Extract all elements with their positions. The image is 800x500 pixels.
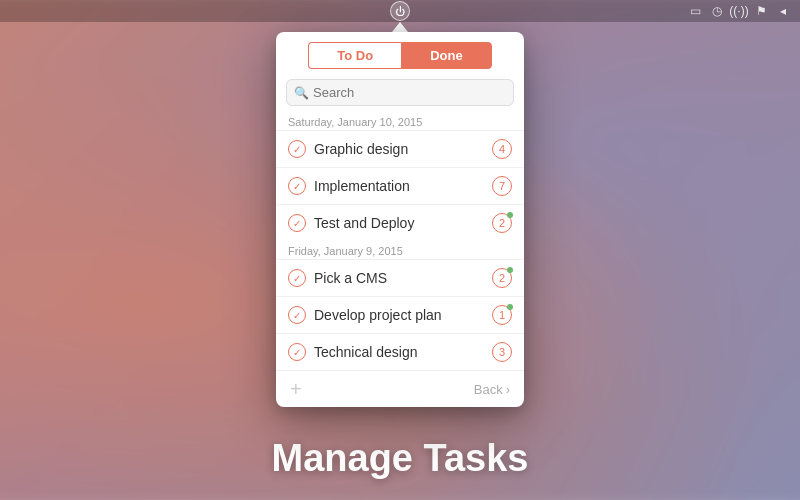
panel-footer: + Back › [276, 370, 524, 407]
badge-dot-3 [507, 212, 513, 218]
task-item-3[interactable]: ✓ Test and Deploy 2 [276, 204, 524, 241]
add-button[interactable]: + [290, 379, 302, 399]
task-item-2[interactable]: ✓ Implementation 7 [276, 167, 524, 204]
task-check-5: ✓ [288, 306, 306, 324]
app-menubar-icon[interactable]: ⏻ [386, 0, 414, 22]
menubar: ⏻ ▭ ◷ ((·)) ⚑ ◂ [0, 0, 800, 22]
task-item-5[interactable]: ✓ Develop project plan 1 [276, 296, 524, 333]
task-label-4: Pick a CMS [314, 270, 492, 286]
task-badge-1: 4 [492, 139, 512, 159]
clock-icon: ◷ [710, 4, 724, 18]
task-check-3: ✓ [288, 214, 306, 232]
search-bar: 🔍 [286, 79, 514, 106]
task-label-1: Graphic design [314, 141, 492, 157]
task-badge-4: 2 [492, 268, 512, 288]
task-badge-2: 7 [492, 176, 512, 196]
search-input[interactable] [286, 79, 514, 106]
task-panel: To Do Done 🔍 Saturday, January 10, 2015 … [276, 32, 524, 407]
task-label-5: Develop project plan [314, 307, 492, 323]
search-icon: 🔍 [294, 86, 309, 100]
airplay-icon: ▭ [688, 4, 702, 18]
task-check-2: ✓ [288, 177, 306, 195]
app-icon-circle: ⏻ [390, 1, 410, 21]
task-item-1[interactable]: ✓ Graphic design 4 [276, 130, 524, 167]
badge-dot-4 [507, 267, 513, 273]
flag-icon: ⚑ [754, 4, 768, 18]
task-check-6: ✓ [288, 343, 306, 361]
wifi-icon: ((·)) [732, 4, 746, 18]
task-label-6: Technical design [314, 344, 492, 360]
tab-done[interactable]: Done [401, 42, 492, 69]
badge-dot-5 [507, 304, 513, 310]
tab-bar: To Do Done [276, 32, 524, 69]
section-header-1: Saturday, January 10, 2015 [276, 112, 524, 130]
app-title: Manage Tasks [0, 437, 800, 480]
task-item-6[interactable]: ✓ Technical design 3 [276, 333, 524, 370]
task-badge-5: 1 [492, 305, 512, 325]
task-check-1: ✓ [288, 140, 306, 158]
section-header-2: Friday, January 9, 2015 [276, 241, 524, 259]
back-button[interactable]: Back › [474, 382, 510, 397]
task-badge-3: 2 [492, 213, 512, 233]
task-check-4: ✓ [288, 269, 306, 287]
tab-todo[interactable]: To Do [308, 42, 401, 69]
task-badge-6: 3 [492, 342, 512, 362]
task-label-3: Test and Deploy [314, 215, 492, 231]
task-item-4[interactable]: ✓ Pick a CMS 2 [276, 259, 524, 296]
volume-icon: ◂ [776, 4, 790, 18]
task-label-2: Implementation [314, 178, 492, 194]
back-label: Back [474, 382, 503, 397]
chevron-right-icon: › [506, 382, 510, 397]
